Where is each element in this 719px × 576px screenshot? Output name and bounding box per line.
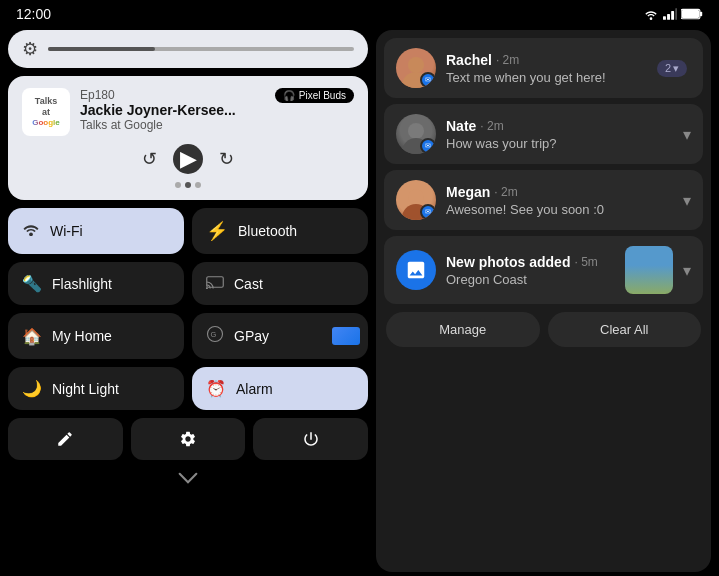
- svg-rect-6: [682, 10, 699, 18]
- wifi-status-icon: [643, 7, 659, 21]
- notif-header-megan: Megan · 2m: [446, 184, 673, 200]
- rewind-icon[interactable]: ↺: [142, 148, 157, 170]
- notif-time-nate: · 2m: [480, 119, 503, 133]
- cast-label: Cast: [234, 276, 263, 292]
- notif-name-megan: Megan: [446, 184, 490, 200]
- expand-megan[interactable]: ▾: [683, 191, 691, 210]
- headphone-icon: 🎧: [283, 90, 295, 101]
- notif-body-photos: New photos added · 5m Oregon Coast: [446, 254, 615, 287]
- brightness-row[interactable]: ⚙: [8, 30, 368, 68]
- messages-badge-rachel: ✉: [420, 72, 436, 88]
- alarm-icon: ⏰: [206, 379, 226, 398]
- left-panel: ⚙ Talks at Google Ep180 Jackie Joyner-Ke…: [8, 30, 368, 572]
- svg-point-15: [408, 123, 424, 139]
- toggle-alarm[interactable]: ⏰ Alarm: [192, 367, 368, 410]
- media-top: Talks at Google Ep180 Jackie Joyner-Kers…: [22, 88, 354, 136]
- right-panel: ✉ Rachel · 2m Text me when you get here!…: [376, 30, 711, 572]
- svg-rect-2: [667, 14, 670, 20]
- cast-icon: [206, 275, 224, 293]
- svg-point-8: [29, 232, 33, 236]
- svg-point-0: [650, 17, 653, 20]
- svg-rect-3: [671, 11, 674, 20]
- notif-header-nate: Nate · 2m: [446, 118, 673, 134]
- flashlight-label: Flashlight: [52, 276, 112, 292]
- media-source: Talks at Google: [80, 118, 265, 132]
- power-button[interactable]: [253, 418, 368, 460]
- brightness-icon: ⚙: [22, 38, 38, 60]
- toggle-cast[interactable]: Cast: [192, 262, 368, 305]
- expand-nate[interactable]: ▾: [683, 125, 691, 144]
- notification-megan[interactable]: ✉ Megan · 2m Awesome! See you soon :0 ▾: [384, 170, 703, 230]
- notif-body-rachel: Rachel · 2m Text me when you get here!: [446, 52, 647, 85]
- media-info: Ep180 Jackie Joyner-Kersee... Talks at G…: [80, 88, 265, 132]
- dot-3: [195, 182, 201, 188]
- home-icon: 🏠: [22, 327, 42, 346]
- edit-button[interactable]: [8, 418, 123, 460]
- forward-icon[interactable]: ↻: [219, 148, 234, 170]
- avatar-megan: ✉: [396, 180, 436, 220]
- status-icons: [643, 7, 703, 21]
- brightness-slider[interactable]: [48, 47, 354, 51]
- notif-name-photos: New photos added: [446, 254, 570, 270]
- media-card: Talks at Google Ep180 Jackie Joyner-Kers…: [8, 76, 368, 200]
- gpay-icon: G: [206, 325, 224, 347]
- notif-body-megan: Megan · 2m Awesome! See you soon :0: [446, 184, 673, 217]
- notification-actions: Manage Clear All: [384, 312, 703, 347]
- toggle-myhome[interactable]: 🏠 My Home: [8, 313, 184, 359]
- toggle-nightlight[interactable]: 🌙 Night Light: [8, 367, 184, 410]
- oregon-coast-image: [625, 246, 673, 294]
- notification-nate[interactable]: ✉ Nate · 2m How was your trip? ▾: [384, 104, 703, 164]
- bottom-icons-row: [8, 418, 368, 460]
- svg-text:G: G: [211, 330, 217, 339]
- photo-thumbnail: [625, 246, 673, 294]
- status-bar: 12:00: [0, 0, 719, 26]
- avatar-photos: [396, 250, 436, 290]
- messages-badge-megan: ✉: [420, 204, 436, 220]
- avatar-nate: ✉: [396, 114, 436, 154]
- toggle-grid: Wi-Fi ⚡ Bluetooth 🔦 Flashlight: [8, 208, 368, 410]
- svg-rect-4: [675, 8, 677, 20]
- notif-text-photos: Oregon Coast: [446, 272, 615, 287]
- play-icon[interactable]: ▶: [173, 144, 203, 174]
- rachel-count-badge: 2 ▾: [657, 60, 687, 77]
- chevron-down-icon-small: ▾: [673, 62, 679, 75]
- dot-2: [185, 182, 191, 188]
- chevron-down-container[interactable]: [8, 468, 368, 488]
- toggle-flashlight[interactable]: 🔦 Flashlight: [8, 262, 184, 305]
- notif-name-rachel: Rachel: [446, 52, 492, 68]
- bluetooth-icon: ⚡: [206, 220, 228, 242]
- edit-icon: [56, 430, 74, 448]
- chevron-down-icon: [178, 472, 198, 484]
- svg-rect-1: [663, 16, 666, 20]
- toggle-wifi[interactable]: Wi-Fi: [8, 208, 184, 254]
- notif-text-rachel: Text me when you get here!: [446, 70, 647, 85]
- nightlight-icon: 🌙: [22, 379, 42, 398]
- notification-photos[interactable]: New photos added · 5m Oregon Coast ▾: [384, 236, 703, 304]
- svg-point-17: [408, 189, 424, 205]
- nightlight-label: Night Light: [52, 381, 119, 397]
- wifi-icon: [22, 222, 40, 240]
- expand-photos[interactable]: ▾: [683, 261, 691, 280]
- notif-time-megan: · 2m: [494, 185, 517, 199]
- manage-button[interactable]: Manage: [386, 312, 540, 347]
- settings-button[interactable]: [131, 418, 246, 460]
- avatar-rachel: ✉: [396, 48, 436, 88]
- power-icon: [302, 430, 320, 448]
- brightness-fill: [48, 47, 155, 51]
- notif-text-nate: How was your trip?: [446, 136, 673, 151]
- media-title: Jackie Joyner-Kersee...: [80, 102, 265, 118]
- clear-all-button[interactable]: Clear All: [548, 312, 702, 347]
- gpay-card-icon: [332, 327, 360, 345]
- main-content: ⚙ Talks at Google Ep180 Jackie Joyner-Ke…: [0, 26, 719, 576]
- toggle-bluetooth[interactable]: ⚡ Bluetooth: [192, 208, 368, 254]
- battery-icon: [681, 8, 703, 20]
- gpay-label: GPay: [234, 328, 269, 344]
- notif-name-nate: Nate: [446, 118, 476, 134]
- status-time: 12:00: [16, 6, 51, 22]
- bluetooth-label: Bluetooth: [238, 223, 297, 239]
- dot-1: [175, 182, 181, 188]
- toggle-gpay[interactable]: G GPay: [192, 313, 368, 359]
- myhome-label: My Home: [52, 328, 112, 344]
- wifi-label: Wi-Fi: [50, 223, 83, 239]
- notification-rachel[interactable]: ✉ Rachel · 2m Text me when you get here!…: [384, 38, 703, 98]
